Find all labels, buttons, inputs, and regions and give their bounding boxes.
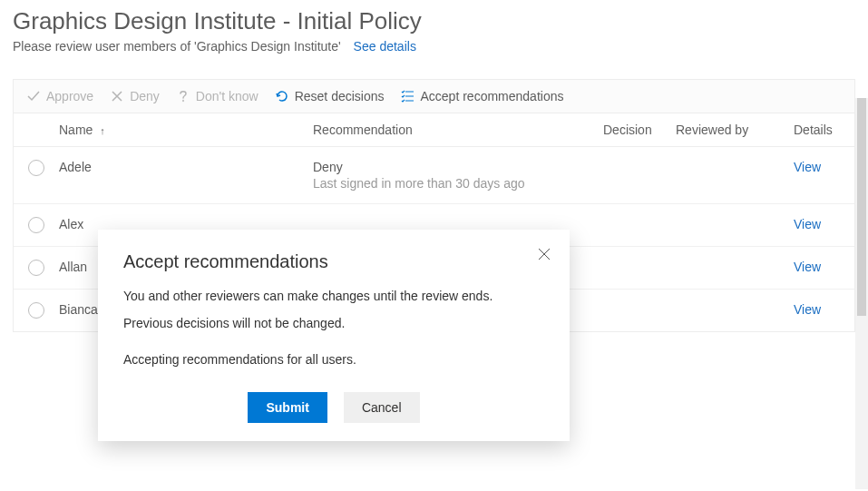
- scrollbar-thumb[interactable]: [857, 98, 866, 316]
- see-details-link[interactable]: See details: [354, 39, 416, 54]
- scrollbar[interactable]: [855, 98, 868, 489]
- row-select-radio[interactable]: [14, 160, 59, 176]
- subtitle-text: Please review user members of 'Graphics …: [13, 39, 341, 54]
- view-details-link[interactable]: View: [794, 160, 821, 174]
- close-icon: [538, 248, 551, 263]
- cell-name: Adele: [59, 160, 313, 174]
- col-reviewed-by[interactable]: Reviewed by: [676, 123, 794, 137]
- checkmark-icon: [26, 89, 41, 103]
- deny-button[interactable]: Deny: [110, 89, 160, 103]
- reset-icon: [275, 89, 289, 103]
- view-details-link[interactable]: View: [794, 302, 821, 317]
- dialog-line1: You and other reviewers can make changes…: [123, 289, 544, 303]
- view-details-link[interactable]: View: [794, 217, 821, 231]
- dialog-line2: Previous decisions will not be changed.: [123, 316, 544, 330]
- col-recommendation[interactable]: Recommendation: [313, 123, 603, 137]
- dialog-close-button[interactable]: [535, 246, 553, 264]
- dialog-buttons: Submit Cancel: [123, 392, 544, 423]
- radio-circle-icon: [28, 302, 44, 319]
- approve-button[interactable]: Approve: [26, 89, 93, 103]
- submit-button[interactable]: Submit: [248, 392, 327, 423]
- reset-label: Reset decisions: [295, 89, 385, 103]
- question-icon: [176, 89, 190, 103]
- dialog-line3: Accepting recommendations for all users.: [123, 352, 544, 367]
- accept-recommendations-button[interactable]: Accept recommendations: [401, 89, 564, 103]
- row-select-radio[interactable]: [14, 302, 59, 319]
- row-select-radio[interactable]: [14, 217, 59, 233]
- row-select-radio[interactable]: [14, 260, 59, 276]
- dont-know-label: Don't know: [196, 89, 258, 103]
- table-header: Name ↑ Recommendation Decision Reviewed …: [14, 113, 854, 147]
- page-title: Graphics Design Institute - Initial Poli…: [0, 0, 868, 39]
- col-name[interactable]: Name ↑: [59, 123, 313, 137]
- cell-recommendation: DenyLast signed in more than 30 days ago: [313, 160, 603, 191]
- col-decision[interactable]: Decision: [603, 123, 676, 137]
- accept-rec-label: Accept recommendations: [421, 89, 564, 103]
- dialog-title: Accept recommendations: [123, 251, 544, 272]
- toolbar: Approve Deny Don't know Reset decisions …: [14, 80, 854, 113]
- view-details-link[interactable]: View: [794, 260, 821, 274]
- sort-asc-icon: ↑: [100, 125, 105, 136]
- page-subtitle: Please review user members of 'Graphics …: [0, 39, 868, 79]
- x-icon: [110, 89, 124, 103]
- accept-recommendations-dialog: Accept recommendations You and other rev…: [98, 230, 570, 441]
- approve-label: Approve: [46, 89, 93, 103]
- col-details: Details: [794, 123, 848, 137]
- cancel-button[interactable]: Cancel: [344, 392, 420, 423]
- radio-circle-icon: [28, 260, 44, 276]
- dialog-body: You and other reviewers can make changes…: [123, 289, 544, 367]
- radio-circle-icon: [28, 217, 44, 233]
- radio-circle-icon: [28, 160, 44, 176]
- table-row: AdeleDenyLast signed in more than 30 day…: [14, 147, 854, 204]
- dont-know-button[interactable]: Don't know: [176, 89, 258, 103]
- reset-decisions-button[interactable]: Reset decisions: [275, 89, 385, 103]
- list-check-icon: [401, 89, 415, 103]
- deny-label: Deny: [130, 89, 160, 103]
- col-name-label: Name: [59, 123, 93, 137]
